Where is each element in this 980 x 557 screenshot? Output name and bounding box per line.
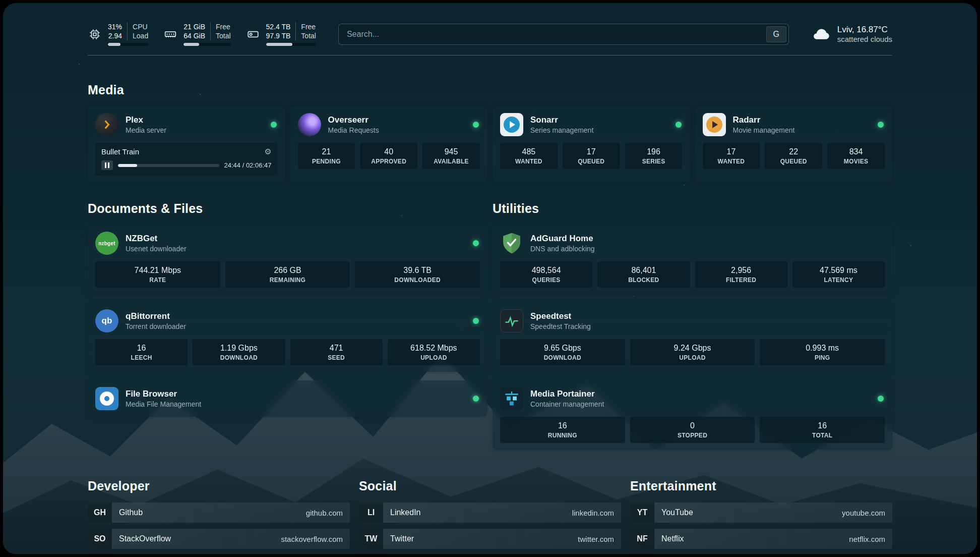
app-name: qBittorrent xyxy=(126,311,466,321)
stat-rate: 744.21 MbpsRATE xyxy=(95,261,220,288)
bookmark-group-entertainment: Entertainment YT YouTubeyoutube.com NF N… xyxy=(630,479,892,554)
bookmark-twitter[interactable]: TW Twittertwitter.com xyxy=(359,529,621,549)
search-input[interactable] xyxy=(338,24,789,45)
ram-free-value: 21 GiB xyxy=(183,22,210,31)
cloud-icon xyxy=(811,25,831,43)
bookmark-netflix[interactable]: NF Netflixnetflix.com xyxy=(630,529,892,549)
app-subtitle: Media Requests xyxy=(328,126,466,134)
stat-queries: 498,564QUERIES xyxy=(500,261,592,288)
weather-widget: Lviv, 16.87°C scattered clouds xyxy=(811,25,892,43)
playback-time: 24:44 / 02:06:47 xyxy=(224,161,272,169)
app-card-filebrowser[interactable]: File Browser Media File Management xyxy=(88,380,487,417)
status-dot xyxy=(473,240,479,246)
app-name: Sonarr xyxy=(530,115,668,125)
app-subtitle: Usenet downloader xyxy=(126,245,466,253)
stat-filtered: 2,956FILTERED xyxy=(695,261,787,288)
app-subtitle: Movie management xyxy=(733,126,871,134)
middle-columns: Documents & Files nzbget NZBGet Usenet d… xyxy=(88,201,892,450)
app-card-nzbget[interactable]: nzbget NZBGet Usenet downloader 744.21 M… xyxy=(88,225,487,294)
header-divider xyxy=(88,55,892,55)
portainer-icon xyxy=(500,387,523,410)
disk-icon xyxy=(246,27,260,41)
stat-movies: 834MOVIES xyxy=(827,143,885,169)
bookmark-stackoverflow[interactable]: SO StackOverflowstackoverflow.com xyxy=(88,529,350,549)
section-title-utilities: Utilities xyxy=(493,201,892,216)
stat-pending: 21PENDING xyxy=(298,143,355,169)
nzbget-icon: nzbget xyxy=(95,232,118,255)
dashboard-content: 31% CPU 2.94 Load 21 xyxy=(3,3,977,554)
app-name: NZBGet xyxy=(126,234,466,244)
stat-upload: 9.24 GbpsUPLOAD xyxy=(630,339,755,365)
bookmark-abbr: YT xyxy=(630,503,654,523)
app-subtitle: Media server xyxy=(126,126,264,134)
ram-free-label: Free xyxy=(210,22,231,31)
app-card-adguard[interactable]: AdGuard Home DNS and adblocking 498,564Q… xyxy=(493,225,892,294)
bookmark-group-social: Social LI LinkedInlinkedin.com TW Twitte… xyxy=(359,479,621,554)
status-dot xyxy=(473,122,479,128)
stat-stopped: 0STOPPED xyxy=(630,417,755,443)
app-card-sonarr[interactable]: Sonarr Series management 485WANTED 17QUE… xyxy=(493,106,690,182)
stat-blocked: 86,401BLOCKED xyxy=(597,261,690,288)
plex-now-playing: Bullet Train ⚙ 24:44 / 02:06:47 xyxy=(95,143,278,176)
bookmark-linkedin[interactable]: LI LinkedInlinkedin.com xyxy=(359,503,621,523)
plex-icon xyxy=(95,113,118,136)
search-bar: G xyxy=(338,24,789,45)
disk-progress-bar xyxy=(266,43,316,46)
bookmark-github[interactable]: GH Githubgithub.com xyxy=(88,503,350,523)
search-engine-button[interactable]: G xyxy=(766,26,786,42)
bookmark-abbr: NF xyxy=(630,529,654,549)
app-card-overseerr[interactable]: Overseerr Media Requests 21PENDING 40APP… xyxy=(290,106,488,182)
radarr-icon xyxy=(703,113,726,136)
app-card-speedtest[interactable]: Speedtest Speedtest Tracking 9.65 GbpsDO… xyxy=(493,303,892,372)
bookmark-youtube[interactable]: YT YouTubeyoutube.com xyxy=(630,503,892,523)
status-dot xyxy=(676,122,682,128)
section-title-social: Social xyxy=(359,479,621,493)
utilities-column: Utilities xyxy=(493,201,892,450)
cpu-label: CPU xyxy=(127,22,148,31)
stat-ping: 0.993 msPING xyxy=(760,339,885,365)
app-subtitle: Media File Management xyxy=(126,400,466,408)
app-name: Media Portainer xyxy=(530,389,871,399)
section-title-developer: Developer xyxy=(88,479,350,493)
disk-total-label: Total xyxy=(295,31,316,40)
stat-queued: 17QUEUED xyxy=(563,143,620,169)
ram-total-value: 64 GiB xyxy=(183,31,210,40)
ram-progress-bar xyxy=(183,43,230,46)
app-name: File Browser xyxy=(126,389,466,399)
app-name: Speedtest xyxy=(530,311,885,321)
cpu-usage-value: 31% xyxy=(108,22,127,31)
bookmark-abbr: GH xyxy=(88,503,112,523)
pause-button[interactable] xyxy=(101,160,113,170)
app-card-radarr[interactable]: Radarr Movie management 17WANTED 22QUEUE… xyxy=(695,106,893,182)
stat-approved: 40APPROVED xyxy=(360,143,417,169)
app-card-plex[interactable]: Plex Media server Bullet Train ⚙ 24:44 /… xyxy=(88,106,285,182)
qbittorrent-icon: qb xyxy=(95,309,118,332)
app-name: Radarr xyxy=(733,115,871,125)
section-title-entertainment: Entertainment xyxy=(630,479,892,493)
ram-total-label: Total xyxy=(210,31,231,40)
documents-column: Documents & Files nzbget NZBGet Usenet d… xyxy=(88,201,487,417)
dashboard-background: 31% CPU 2.94 Load 21 xyxy=(3,3,977,554)
app-subtitle: Series management xyxy=(530,126,668,134)
seek-bar[interactable] xyxy=(118,164,219,167)
disk-free-value: 52.4 TB xyxy=(266,22,296,31)
app-name: Plex xyxy=(126,115,264,125)
bookmark-abbr: LI xyxy=(359,503,383,523)
overseerr-icon xyxy=(298,113,321,136)
app-subtitle: Container management xyxy=(530,400,871,408)
app-subtitle: DNS and adblocking xyxy=(530,245,885,253)
app-card-portainer[interactable]: Media Portainer Container management 16R… xyxy=(493,380,892,450)
status-dot xyxy=(473,318,479,324)
status-dot xyxy=(878,396,884,402)
sonarr-icon xyxy=(500,113,523,136)
cpu-icon xyxy=(88,27,102,41)
dashboard-root: 31% CPU 2.94 Load 21 xyxy=(0,0,980,557)
gear-icon[interactable]: ⚙ xyxy=(264,148,271,156)
stat-wanted: 17WANTED xyxy=(703,143,760,169)
stat-queued: 22QUEUED xyxy=(765,143,822,169)
stat-download: 1.19 GbpsDOWNLOAD xyxy=(193,339,285,365)
cpu-load-value: 2.94 xyxy=(108,31,127,40)
status-dot xyxy=(473,396,479,402)
stat-leech: 16LEECH xyxy=(95,339,188,365)
app-card-qbittorrent[interactable]: qb qBittorrent Torrent downloader 16LEEC… xyxy=(88,303,487,372)
